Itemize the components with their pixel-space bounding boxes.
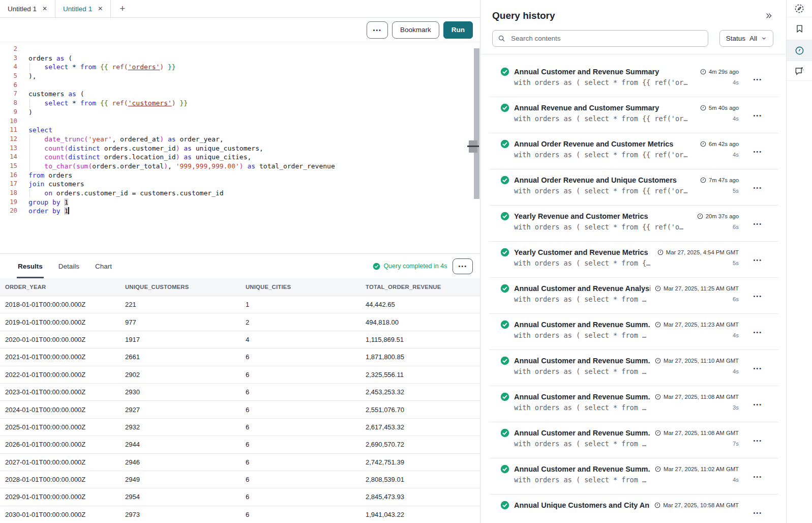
code-token: * bbox=[68, 63, 80, 71]
code-line[interactable]: 18 on orders.customer_id = customers.cus… bbox=[0, 189, 480, 198]
query-history-item[interactable]: Annual Unique Customers and City An…Mar … bbox=[489, 495, 778, 523]
check-circle-icon bbox=[500, 103, 509, 112]
query-sql-preview: with orders as ( select * from {{ ref('o… bbox=[514, 151, 727, 159]
code-line[interactable]: 5), bbox=[0, 72, 480, 81]
item-more-button[interactable]: ••• bbox=[753, 293, 762, 299]
history-item-row: Annual Order Revenue and Customer Metric… bbox=[500, 139, 739, 149]
search-input[interactable] bbox=[510, 34, 703, 43]
query-history-item[interactable]: Annual Order Revenue and Unique Customer… bbox=[489, 169, 778, 206]
table-cell: 4 bbox=[240, 336, 360, 343]
code-line[interactable]: 11select bbox=[0, 126, 480, 135]
query-title: Yearly Customer and Revenue Metrics bbox=[514, 248, 653, 256]
query-title: Annual Unique Customers and City An… bbox=[514, 501, 650, 509]
status-filter-dropdown[interactable]: Status All bbox=[719, 30, 773, 47]
sidebar-item-explore[interactable] bbox=[787, 0, 812, 17]
code-token: customers bbox=[44, 180, 84, 188]
table-cell: 44,442.65 bbox=[360, 301, 480, 308]
tab-results[interactable]: Results bbox=[18, 254, 43, 278]
code-line[interactable]: 17join customers bbox=[0, 180, 480, 189]
item-more-button[interactable]: ••• bbox=[753, 474, 762, 480]
search-box bbox=[492, 30, 708, 47]
code-line[interactable]: 2 bbox=[0, 45, 480, 54]
code-line[interactable]: 13 count(distinct orders.customer_id) as… bbox=[0, 144, 480, 153]
code-line[interactable]: 14 count(distinct orders.location_id) as… bbox=[0, 153, 480, 162]
query-history-item[interactable]: Annual Customer and Revenue Summ...Mar 2… bbox=[489, 350, 778, 386]
table-cell: 2023-01-01T00:00:00.000Z bbox=[0, 388, 120, 396]
editor-toolbar: ••• Bookmark Run bbox=[0, 18, 480, 42]
query-time-text: Mar 27, 2025, 11:08 AM GMT bbox=[664, 430, 739, 436]
item-more-button[interactable]: ••• bbox=[753, 185, 762, 191]
editor-scrollbar[interactable] bbox=[474, 48, 479, 199]
new-tab-button[interactable]: + bbox=[111, 0, 134, 17]
results-tab-bar: Results Details Chart Query completed in… bbox=[0, 254, 480, 278]
indent-guide bbox=[29, 162, 30, 171]
query-history-item[interactable]: Yearly Revenue and Customer Metrics20m 3… bbox=[489, 206, 778, 242]
more-options-button[interactable]: ••• bbox=[367, 21, 388, 39]
query-history-item[interactable]: Annual Customer and Revenue Summ...Mar 2… bbox=[489, 458, 778, 495]
query-history-item[interactable]: Annual Customer and Revenue Summ...Mar 2… bbox=[489, 422, 778, 458]
tab-details[interactable]: Details bbox=[58, 254, 79, 278]
indent-guide bbox=[29, 153, 30, 162]
tab-untitled-2[interactable]: Untitled 1 ✕ bbox=[55, 0, 111, 17]
query-history-item[interactable]: Annual Customer and Revenue Summ...Mar 2… bbox=[489, 386, 778, 422]
query-history-item[interactable]: Annual Order Revenue and Customer Metric… bbox=[489, 133, 778, 169]
code-line[interactable]: 12 date_trunc('year', ordered_at) as ord… bbox=[0, 135, 480, 144]
close-icon[interactable]: ✕ bbox=[42, 5, 47, 12]
query-sql-preview: with orders as ( select * from … bbox=[514, 295, 727, 303]
run-button[interactable]: Run bbox=[443, 21, 473, 39]
table-cell: 2020-01-01T00:00:00.000Z bbox=[0, 336, 120, 343]
code-line[interactable]: 3orders as ( bbox=[0, 54, 480, 63]
close-icon[interactable]: ✕ bbox=[98, 5, 103, 12]
tab-untitled-1[interactable]: Untitled 1 ✕ bbox=[0, 0, 55, 17]
code-token: as bbox=[68, 90, 76, 98]
splitter-grip[interactable] bbox=[469, 140, 477, 153]
results-panel: Results Details Chart Query completed in… bbox=[0, 253, 480, 523]
code-line[interactable]: 19group by 1 bbox=[0, 198, 480, 207]
tab-chart[interactable]: Chart bbox=[95, 254, 112, 278]
results-more-button[interactable]: ••• bbox=[453, 258, 473, 274]
code-line[interactable]: 10 bbox=[0, 117, 480, 126]
query-history-item[interactable]: Yearly Customer and Revenue MetricsMar 2… bbox=[489, 242, 778, 278]
item-more-button[interactable]: ••• bbox=[753, 510, 762, 516]
item-more-button[interactable]: ••• bbox=[753, 76, 762, 82]
query-duration: 4s bbox=[733, 368, 739, 374]
line-number: 7 bbox=[0, 90, 17, 99]
item-more-button[interactable]: ••• bbox=[753, 438, 762, 444]
code-line[interactable]: 6 bbox=[0, 81, 480, 90]
history-item-row: with orders as ( select * from {…5s bbox=[514, 259, 739, 267]
code-line[interactable]: 8 select * from {{ ref('customers') }} bbox=[0, 99, 480, 108]
clock-icon bbox=[700, 141, 706, 147]
item-more-button[interactable]: ••• bbox=[753, 112, 762, 119]
search-icon bbox=[498, 35, 505, 42]
item-more-button[interactable]: ••• bbox=[753, 149, 762, 155]
query-sql-preview: with orders as ( select * from … bbox=[514, 331, 727, 339]
line-number: 19 bbox=[0, 198, 17, 207]
item-more-button[interactable]: ••• bbox=[753, 365, 762, 371]
sidebar-item-ai-chat[interactable] bbox=[787, 61, 812, 81]
code-token: orders.customer_id = customers.customer_… bbox=[52, 189, 224, 197]
code-line[interactable]: 7customers as ( bbox=[0, 90, 480, 99]
code-token: as bbox=[168, 135, 176, 143]
query-history-item[interactable]: Annual Customer and Revenue Summ...Mar 2… bbox=[489, 314, 778, 350]
check-circle-icon bbox=[500, 248, 509, 257]
code-line[interactable]: 20order by 1 bbox=[0, 207, 480, 216]
query-history-item[interactable]: Annual Revenue and Customer Summary5m 40… bbox=[489, 97, 778, 133]
sidebar-item-query-history[interactable] bbox=[787, 40, 812, 61]
sidebar-item-bookmarks[interactable] bbox=[787, 17, 812, 40]
item-more-button[interactable]: ••• bbox=[753, 221, 762, 227]
query-history-item[interactable]: Annual Customer and Revenue Summary4m 29… bbox=[489, 61, 778, 97]
item-more-button[interactable]: ••• bbox=[753, 257, 762, 263]
code-editor[interactable]: 23orders as (4 select * from {{ ref('ord… bbox=[0, 42, 480, 253]
item-more-button[interactable]: ••• bbox=[753, 329, 762, 335]
code-line[interactable]: 16from orders bbox=[0, 171, 480, 180]
code-line[interactable]: 4 select * from {{ ref('orders') }} bbox=[0, 63, 480, 72]
code-line[interactable]: 9) bbox=[0, 108, 480, 117]
code-line[interactable]: 15 to_char(sum(orders.order_total), '999… bbox=[0, 162, 480, 171]
history-item-row: with orders as ( select * from …4s bbox=[514, 367, 739, 375]
collapse-panel-icon[interactable] bbox=[764, 12, 773, 20]
code-token: ( bbox=[76, 90, 84, 98]
item-more-button[interactable]: ••• bbox=[753, 401, 762, 408]
query-time-text: Mar 27, 2025, 10:58 AM GMT bbox=[663, 502, 739, 508]
query-history-item[interactable]: Annual Customer and Revenue AnalysisMar … bbox=[489, 278, 778, 314]
bookmark-button[interactable]: Bookmark bbox=[392, 21, 439, 39]
